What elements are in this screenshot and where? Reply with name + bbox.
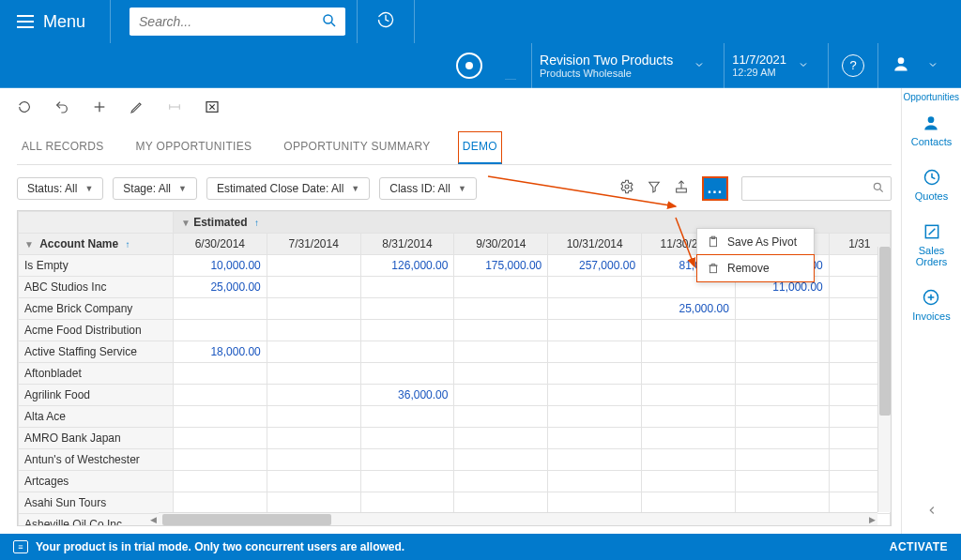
filter-stage[interactable]: Stage: All▼ [113,177,197,200]
sidebar-item-sales-orders[interactable]: SalesOrders [916,222,948,267]
filter-class-id[interactable]: Class ID: All▼ [379,177,477,200]
grid-search[interactable] [741,176,892,201]
tenant-sub: Products Wholesale [540,68,673,79]
clock-icon [923,168,941,187]
divider [357,0,358,43]
help-icon[interactable]: ? [842,54,864,77]
chevron-down-icon[interactable] [798,57,809,74]
footer-bar: ≡ Your product is in trial mode. Only tw… [0,534,961,560]
filter-status[interactable]: Status: All▼ [17,177,103,200]
global-search[interactable] [130,8,345,36]
right-sidebar: Opportunities Contacts Quotes SalesOrder… [901,88,961,534]
tabs: ALL RECORDSMY OPPORTUNITIESOPPORTUNITY S… [17,131,892,165]
svg-line-13 [880,189,883,192]
svg-rect-16 [710,265,717,273]
brand-icon [456,53,482,79]
hamburger-icon [17,15,34,28]
message-icon: ≡ [13,540,28,553]
svg-point-12 [874,183,880,189]
save-as-pivot-item[interactable]: Save As Pivot [697,229,814,255]
table-row[interactable]: Aftonbladet [19,363,891,385]
sidebar-label: Invoices [912,310,950,322]
menu-button[interactable]: Menu [0,0,102,43]
refresh-icon[interactable] [17,99,32,118]
save-as-pivot-label: Save As Pivot [727,235,797,249]
sidebar-item-opportunities[interactable]: Opportunities [904,92,960,102]
search-icon[interactable] [321,12,338,33]
table-row[interactable]: AMRO Bank Japan [19,428,891,449]
scroll-left-icon[interactable]: ◀ [147,514,159,525]
filter-estimated-close-date[interactable]: Estimated Close Date: All▼ [206,177,370,200]
svg-line-1 [331,23,335,26]
clipboard-icon [707,235,720,249]
top-bar: Menu [0,0,961,43]
search-icon[interactable] [872,181,885,198]
table-row[interactable]: Acme Brick Company25,000.00 [19,298,891,320]
collapse-sidebar-icon[interactable] [925,504,938,521]
filter-icon[interactable] [648,180,661,197]
time-value: 12:29 AM [732,67,786,78]
main-content: ALL RECORDSMY OPPORTUNITIESOPPORTUNITY S… [0,88,901,534]
tenant-selector[interactable]: Revision Two Products Products Wholesale [540,53,673,79]
more-actions-button[interactable]: ... [702,176,728,201]
horizontal-scrollbar[interactable]: ◀ ▶ [159,512,877,525]
filters-row: Status: All▼Stage: All▼Estimated Close D… [17,176,892,201]
scroll-right-icon[interactable]: ▶ [866,514,877,525]
menu-label: Menu [43,12,85,32]
add-icon[interactable] [92,99,107,118]
history-icon[interactable] [365,10,406,33]
sidebar-item-quotes[interactable]: Quotes [915,168,948,202]
fit-icon[interactable] [167,99,182,118]
search-input[interactable] [130,8,345,35]
edit-square-icon [923,222,941,241]
gear-icon[interactable] [619,179,634,198]
undo-icon[interactable] [54,99,69,118]
svg-marker-10 [649,182,660,192]
toolbar [17,96,892,126]
chevron-down-icon[interactable] [694,57,705,74]
edit-icon[interactable] [130,99,145,118]
user-icon[interactable] [892,54,910,77]
date-value: 11/7/2021 [732,53,786,67]
tab-opportunity-summary[interactable]: OPPORTUNITY SUMMARY [279,131,435,164]
sidebar-label: Contacts [911,136,952,147]
divider [110,0,111,43]
remove-item[interactable]: Remove [696,254,815,282]
more-actions-menu: Save As Pivot Remove [696,228,815,282]
svg-point-0 [324,15,332,23]
sidebar-label: SalesOrders [916,245,948,267]
table-row[interactable]: Asahi Sun Tours [19,492,891,514]
sidebar-item-contacts[interactable]: Contacts [911,114,952,147]
trash-icon [707,262,720,275]
svg-point-2 [898,57,905,64]
tab-demo[interactable]: DEMO [458,131,502,164]
table-row[interactable]: Artcages [19,471,891,492]
footer-message: Your product is in trial mode. Only two … [36,540,404,553]
divider [414,0,415,43]
svg-point-9 [625,185,629,189]
person-icon [922,114,940,132]
sidebar-item-invoices[interactable]: Invoices [912,288,950,322]
business-date[interactable]: 11/7/2021 12:29 AM [732,53,786,78]
svg-point-19 [928,116,935,123]
plus-circle-icon [922,288,940,307]
vertical-scrollbar[interactable] [877,247,891,512]
tab-my-opportunities[interactable]: MY OPPORTUNITIES [131,131,257,164]
table-row[interactable]: Agrilink Food36,000.00 [19,385,891,406]
export-icon[interactable] [674,179,689,198]
remove-label: Remove [727,262,770,275]
table-row[interactable]: Acme Food Distribution [19,320,891,341]
tenant-bar: Revision Two Products Products Wholesale… [0,43,961,88]
chevron-down-icon[interactable] [927,57,938,74]
table-row[interactable]: Alta Ace [19,406,891,428]
svg-rect-11 [677,189,687,192]
activate-button[interactable]: ACTIVATE [890,540,948,553]
tenant-name: Revision Two Products [540,53,673,68]
sidebar-label: Quotes [915,190,948,202]
table-row[interactable]: Antun's of Westchester [19,449,891,471]
tab-all-records[interactable]: ALL RECORDS [17,131,109,164]
table-row[interactable]: Active Staffing Service18,000.00 [19,341,891,363]
excel-icon[interactable] [205,99,220,118]
